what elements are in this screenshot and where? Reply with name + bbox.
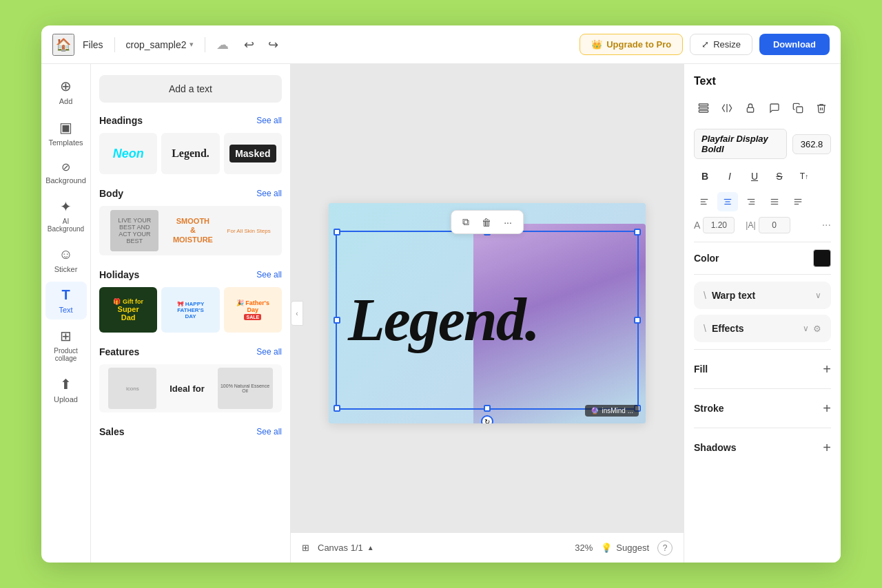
font-size-display[interactable]: 362.8: [792, 134, 831, 154]
nav-item-upload[interactable]: ⬆ Upload: [45, 370, 87, 409]
add-text-button[interactable]: Add a text: [99, 75, 282, 103]
files-link[interactable]: Files: [83, 39, 103, 50]
body-thumb-image: LIVE YOUR BEST AND ACT YOUR BEST: [110, 210, 158, 251]
body-header: Body See all: [99, 188, 282, 199]
help-button[interactable]: ?: [657, 540, 673, 556]
features-see-all[interactable]: See all: [256, 347, 282, 357]
chevron-down-icon: ▾: [189, 40, 194, 49]
lock-icon-button[interactable]: [741, 97, 760, 119]
warp-text-left: \ Warp text: [704, 290, 755, 301]
resize-handle-bm[interactable]: [484, 405, 491, 412]
sticker-icon: ☺: [59, 246, 72, 262]
legend-text: Legend.: [172, 147, 209, 160]
toolbar-copy-button[interactable]: ⧉: [457, 213, 475, 231]
layer-icon-button[interactable]: [694, 97, 713, 119]
nav-item-product-collage[interactable]: ⊞ Product collage: [45, 322, 87, 368]
divider5: [694, 428, 831, 428]
zoom-level: 32%: [575, 543, 593, 553]
canvas-text-selection[interactable]: ↻ Legend.: [336, 231, 639, 410]
nav-item-background[interactable]: ⊘ Background: [45, 155, 87, 190]
holiday-card-fathersday1[interactable]: 🎀 HAPPYFATHER'SDAY: [161, 287, 219, 333]
holiday-card-superdad[interactable]: 🎁 Gift forSuperDad: [99, 287, 157, 333]
effects-left: \ Effects: [704, 323, 744, 334]
align-left-button[interactable]: [694, 192, 715, 211]
top-bar: 🏠 Files crop_sample2 ▾ ☁ ↩ ↪ 👑 Upgrade t…: [41, 25, 841, 64]
effects-extra-button[interactable]: ⚙: [813, 324, 821, 334]
italic-button[interactable]: I: [719, 166, 741, 187]
align-right-button[interactable]: [741, 192, 761, 211]
warp-text-icon: \: [704, 290, 706, 301]
delete-icon-button[interactable]: [812, 97, 831, 119]
collapse-panel-button[interactable]: ‹: [291, 301, 303, 326]
font-name-display[interactable]: Playfair Display BoldI: [694, 129, 787, 159]
effects-section[interactable]: \ Effects ∨ ⚙: [694, 315, 831, 342]
superscript-button[interactable]: T↑: [793, 166, 815, 187]
resize-handle-tr[interactable]: [634, 229, 641, 235]
warp-text-title: Warp text: [712, 290, 755, 301]
home-button[interactable]: 🏠: [52, 34, 74, 56]
heading-legend-card[interactable]: Legend.: [161, 133, 219, 174]
toolbar-delete-button[interactable]: 🗑: [476, 213, 497, 231]
line-height-value[interactable]: 1.20: [703, 217, 735, 233]
nav-item-add[interactable]: ⊕ Add: [45, 72, 87, 111]
nav-item-text[interactable]: T Text: [45, 282, 87, 319]
more-options-button[interactable]: ···: [822, 219, 831, 231]
comment-icon-button[interactable]: [765, 97, 784, 119]
strikethrough-button[interactable]: S: [768, 166, 790, 187]
toolbar-more-button[interactable]: ···: [498, 213, 517, 231]
layers-button[interactable]: ⊞: [302, 543, 309, 553]
align-buttons-row: [694, 192, 831, 211]
nav-item-sticker[interactable]: ☺ Sticker: [45, 241, 87, 279]
features-title: Features: [99, 346, 139, 357]
upgrade-button[interactable]: 👑 Upgrade to Pro: [580, 34, 683, 55]
headings-see-all[interactable]: See all: [256, 116, 282, 125]
duplicate-icon-button[interactable]: [788, 97, 808, 119]
align-justify-button[interactable]: [764, 192, 785, 211]
right-panel-title: Text: [694, 75, 831, 87]
features-section: Features See all icons Ideal for 100% Na…: [99, 346, 282, 412]
heading-neon-card[interactable]: Neon: [99, 133, 157, 174]
shadows-add-button[interactable]: +: [823, 441, 831, 454]
suggest-button[interactable]: 💡 Suggest: [601, 543, 649, 553]
topbar-divider: [114, 37, 115, 52]
nav-label-sticker: Sticker: [54, 265, 78, 273]
align-extra-button[interactable]: [788, 192, 808, 211]
heading-masked-card[interactable]: Masked: [224, 133, 282, 174]
chevron-up-icon: ▲: [367, 544, 374, 552]
nav-item-ai-background[interactable]: ✦ AI Background: [45, 193, 87, 238]
align-center-button[interactable]: [717, 192, 738, 211]
filename-display[interactable]: crop_sample2 ▾: [126, 39, 194, 50]
resize-button[interactable]: ⤢ Resize: [690, 34, 752, 55]
resize-handle-rm[interactable]: [634, 317, 641, 324]
nav-item-templates[interactable]: ▣ Templates: [45, 114, 87, 152]
undo-button[interactable]: ↩: [240, 34, 258, 55]
rotate-handle[interactable]: ↻: [481, 415, 493, 423]
body-see-all[interactable]: See all: [256, 189, 282, 198]
color-swatch[interactable]: [813, 249, 831, 267]
fill-add-button[interactable]: +: [823, 362, 831, 376]
download-button[interactable]: Download: [759, 34, 830, 55]
resize-icon: ⤢: [701, 39, 709, 50]
fathersday1-text: 🎀 HAPPYFATHER'SDAY: [177, 301, 205, 319]
bold-button[interactable]: B: [694, 166, 716, 187]
upgrade-label: Upgrade to Pro: [606, 39, 671, 50]
stroke-add-button[interactable]: +: [823, 401, 831, 415]
redo-button[interactable]: ↪: [264, 34, 283, 55]
nav-label-text: Text: [59, 306, 72, 314]
warp-text-section[interactable]: \ Warp text ∨: [694, 282, 831, 309]
features-card[interactable]: icons Ideal for 100% Natural Essence Oil: [99, 364, 282, 412]
letter-spacing-item: |A| 0: [746, 217, 790, 233]
stroke-label: Stroke: [694, 403, 724, 414]
holiday-card-fathersday2[interactable]: 🎉 Father'sDaySALE: [224, 287, 282, 333]
resize-handle-tl[interactable]: [334, 229, 340, 235]
canvas-label: Canvas 1/1: [318, 543, 363, 553]
resize-handle-bl[interactable]: [334, 405, 340, 412]
underline-button[interactable]: U: [743, 166, 766, 187]
body-template-card[interactable]: LIVE YOUR BEST AND ACT YOUR BEST SMOOTH&…: [99, 206, 282, 255]
headings-title: Headings: [99, 115, 143, 126]
sales-header: Sales See all: [99, 426, 282, 437]
flip-icon-button[interactable]: [717, 97, 737, 119]
letter-spacing-value[interactable]: 0: [759, 217, 790, 233]
holidays-see-all[interactable]: See all: [256, 270, 282, 280]
sales-see-all[interactable]: See all: [256, 427, 282, 437]
